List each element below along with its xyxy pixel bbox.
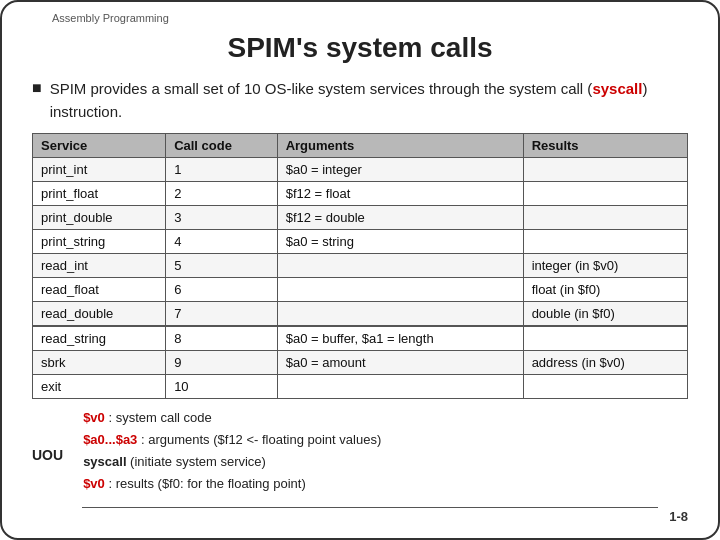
cell-arguments: $a0 = string [277,230,523,254]
cell-service: exit [33,375,166,399]
bottom-notes: $v0 : system call code $a0...$a3 : argum… [83,407,688,495]
cell-results: float (in $f0) [523,278,687,302]
cell-results: integer (in $v0) [523,254,687,278]
table-row: exit10 [33,375,688,399]
cell-results [523,375,687,399]
cell-call_code: 4 [166,230,278,254]
cell-arguments: $f12 = double [277,206,523,230]
table-header-row: Service Call code Arguments Results [33,134,688,158]
cell-results [523,326,687,351]
cell-call_code: 5 [166,254,278,278]
cell-call_code: 10 [166,375,278,399]
cell-call_code: 3 [166,206,278,230]
cell-arguments [277,302,523,327]
cell-call_code: 9 [166,351,278,375]
cell-call_code: 6 [166,278,278,302]
slide-container: Assembly Programming SPIM's system calls… [0,0,720,540]
intro-text-before: SPIM provides a small set of 10 OS-like … [50,80,593,97]
cell-arguments: $f12 = float [277,182,523,206]
cell-call_code: 2 [166,182,278,206]
note-line-4: $v0 : results ($f0: for the floating poi… [83,473,688,495]
cell-arguments: $a0 = amount [277,351,523,375]
cell-arguments [277,375,523,399]
cell-results [523,206,687,230]
cell-service: read_float [33,278,166,302]
cell-results [523,230,687,254]
bottom-section: UOU $v0 : system call code $a0...$a3 : a… [32,407,688,495]
table-row: sbrk9$a0 = amountaddress (in $v0) [33,351,688,375]
cell-service: print_double [33,206,166,230]
cell-call_code: 1 [166,158,278,182]
col-results: Results [523,134,687,158]
slide-title: SPIM's system calls [32,32,688,64]
cell-arguments: $a0 = buffer, $a1 = length [277,326,523,351]
note-v0-1: $v0 [83,410,105,425]
bullet-point: ■ [32,79,42,97]
note-a0a3: $a0...$a3 [83,432,137,447]
cell-arguments: $a0 = integer [277,158,523,182]
note-line-2: $a0...$a3 : arguments ($f12 <- floating … [83,429,688,451]
cell-service: print_int [33,158,166,182]
cell-arguments [277,254,523,278]
page-number: 1-8 [669,509,688,524]
cell-service: read_double [33,302,166,327]
uou-label: UOU [32,447,63,463]
col-arguments: Arguments [277,134,523,158]
intro-text: SPIM provides a small set of 10 OS-like … [50,78,688,123]
note-syscall: syscall [83,454,126,469]
cell-results [523,182,687,206]
table-row: print_string4$a0 = string [33,230,688,254]
cell-call_code: 7 [166,302,278,327]
table-row: print_float2$f12 = float [33,182,688,206]
note-line-1: $v0 : system call code [83,407,688,429]
table-row: read_float6float (in $f0) [33,278,688,302]
cell-service: read_int [33,254,166,278]
cell-results [523,158,687,182]
table-row: read_double7double (in $f0) [33,302,688,327]
syscall-table: Service Call code Arguments Results prin… [32,133,688,399]
table-row: read_int5integer (in $v0) [33,254,688,278]
cell-service: read_string [33,326,166,351]
table-row: print_double3$f12 = double [33,206,688,230]
note-line-3: syscall (initiate system service) [83,451,688,473]
cell-call_code: 8 [166,326,278,351]
cell-results: address (in $v0) [523,351,687,375]
syscall-word: syscall [592,80,642,97]
cell-service: sbrk [33,351,166,375]
bottom-divider [82,507,658,508]
col-service: Service [33,134,166,158]
cell-service: print_string [33,230,166,254]
cell-service: print_float [33,182,166,206]
table-row: print_int1$a0 = integer [33,158,688,182]
cell-arguments [277,278,523,302]
table-row: read_string8$a0 = buffer, $a1 = length [33,326,688,351]
col-callcode: Call code [166,134,278,158]
note-v0-2: $v0 [83,476,105,491]
cell-results: double (in $f0) [523,302,687,327]
slide-label: Assembly Programming [52,12,169,24]
intro-row: ■ SPIM provides a small set of 10 OS-lik… [32,78,688,123]
